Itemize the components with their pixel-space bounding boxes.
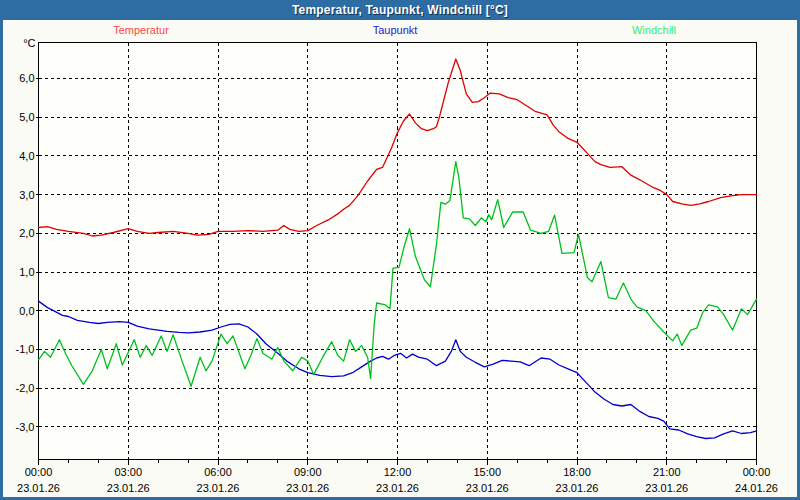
- y-axis-tick-label: 1,0: [19, 266, 34, 278]
- x-axis-date-label: 24.01.26: [735, 482, 778, 494]
- x-axis-time-label: 03:00: [114, 466, 142, 478]
- y-axis-tick-label: -3,0: [16, 421, 35, 433]
- x-axis-time-label: 18:00: [563, 466, 591, 478]
- x-axis-date-label: 23.01.26: [197, 482, 240, 494]
- y-axis-unit-label: °C: [23, 37, 35, 49]
- x-axis-time-label: 09:00: [294, 466, 322, 478]
- x-axis-time-label: 15:00: [473, 466, 501, 478]
- x-axis-date-label: 23.01.26: [556, 482, 599, 494]
- x-axis-date-label: 23.01.26: [107, 482, 150, 494]
- x-axis-time-label: 06:00: [204, 466, 232, 478]
- x-axis-time-label: 00:00: [25, 466, 53, 478]
- weather-chart-window: Temperatur, Taupunkt, Windchill [°C] Tem…: [0, 0, 800, 500]
- y-axis-tick-label: -1,0: [16, 343, 35, 355]
- y-axis-tick-label: 4,0: [19, 150, 34, 162]
- y-axis-tick-label: 6,0: [19, 72, 34, 84]
- chart-canvas: 6,05,04,03,02,01,00,0-1,0-2,0-3,000:0023…: [0, 0, 800, 500]
- x-axis-time-label: 21:00: [653, 466, 681, 478]
- x-axis-date-label: 23.01.26: [376, 482, 419, 494]
- y-axis-tick-label: 5,0: [19, 111, 34, 123]
- x-axis-date-label: 23.01.26: [286, 482, 329, 494]
- y-axis-tick-label: 3,0: [19, 189, 34, 201]
- x-axis-time-label: 00:00: [743, 466, 771, 478]
- x-axis-date-label: 23.01.26: [17, 482, 60, 494]
- x-axis-time-label: 12:00: [384, 466, 412, 478]
- y-axis-tick-label: 2,0: [19, 227, 34, 239]
- y-axis-tick-label: -2,0: [16, 382, 35, 394]
- x-axis-date-label: 23.01.26: [645, 482, 688, 494]
- x-axis-date-label: 23.01.26: [466, 482, 509, 494]
- y-axis-tick-label: 0,0: [19, 305, 34, 317]
